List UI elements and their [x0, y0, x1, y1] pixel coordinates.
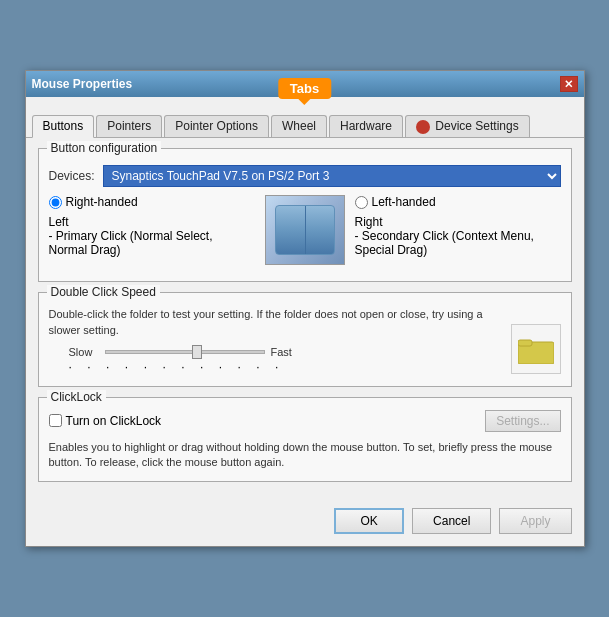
radio-right-area: Left-handed Right - Secondary Click (Con… [355, 195, 561, 257]
slider-ticks: · · · · · · · · · · · · [69, 360, 279, 374]
devices-dropdown[interactable]: Synaptics TouchPad V7.5 on PS/2 Port 3 [103, 165, 561, 187]
mouse-button-line [305, 206, 306, 254]
left-desc-text: - Primary Click (Normal Select, Normal D… [49, 229, 255, 257]
tick: · [69, 360, 72, 374]
radio-row: Right-handed Left - Primary Click (Norma… [49, 195, 561, 265]
clicklock-row: Turn on ClickLock Settings... [49, 410, 561, 432]
clicklock-section: ClickLock Turn on ClickLock Settings... … [38, 397, 572, 482]
button-config-title: Button configuration [47, 141, 162, 155]
left-handed-radio[interactable] [355, 196, 368, 209]
tick: · [256, 360, 259, 374]
speed-content: Double-click the folder to test your set… [49, 301, 561, 374]
right-handed-label: Right-handed [66, 195, 138, 209]
apply-button[interactable]: Apply [499, 508, 571, 534]
tick: · [144, 360, 147, 374]
mouse-button-visual [275, 205, 335, 255]
content-area: Button configuration Devices: Synaptics … [26, 138, 584, 502]
tab-bar-wrapper: Tabs Buttons Pointers Pointer Options Wh… [26, 97, 584, 138]
tab-wheel[interactable]: Wheel [271, 115, 327, 137]
folder-icon[interactable] [511, 324, 561, 374]
fast-label: Fast [271, 346, 301, 358]
button-config-section: Button configuration Devices: Synaptics … [38, 148, 572, 282]
mouse-image [265, 195, 345, 265]
tick: · [125, 360, 128, 374]
speed-row: Slow Fast [69, 346, 501, 358]
speed-slider-track[interactable] [105, 350, 265, 354]
clicklock-desc: Enables you to highlight or drag without… [49, 440, 561, 471]
tab-device-settings[interactable]: Device Settings [405, 115, 530, 137]
tick: · [275, 360, 278, 374]
speed-slider-thumb[interactable] [192, 345, 202, 359]
right-handed-option: Right-handed [49, 195, 255, 209]
tick: · [106, 360, 109, 374]
settings-button[interactable]: Settings... [485, 410, 560, 432]
window-title: Mouse Properties [32, 77, 133, 91]
tab-hardware[interactable]: Hardware [329, 115, 403, 137]
clicklock-check: Turn on ClickLock [49, 414, 162, 428]
speed-controls: Double-click the folder to test your set… [49, 301, 501, 374]
device-settings-icon [416, 120, 430, 134]
clicklock-title: ClickLock [47, 390, 106, 404]
right-desc-title: Right [355, 215, 561, 229]
radio-left-area: Right-handed Left - Primary Click (Norma… [49, 195, 255, 257]
tab-pointer-options[interactable]: Pointer Options [164, 115, 269, 137]
speed-desc: Double-click the folder to test your set… [49, 307, 501, 338]
left-handed-label: Left-handed [372, 195, 436, 209]
right-desc-area: Right - Secondary Click (Context Menu, S… [355, 215, 561, 257]
close-button[interactable]: ✕ [560, 76, 578, 92]
left-handed-option: Left-handed [355, 195, 561, 209]
tick: · [181, 360, 184, 374]
slow-label: Slow [69, 346, 99, 358]
clicklock-checkbox-label: Turn on ClickLock [66, 414, 162, 428]
double-click-section: Double Click Speed Double-click the fold… [38, 292, 572, 387]
mouse-properties-window: Mouse Properties ✕ Tabs Buttons Pointers… [25, 70, 585, 546]
tick: · [162, 360, 165, 374]
tick: · [238, 360, 241, 374]
double-click-title: Double Click Speed [47, 285, 160, 299]
clicklock-checkbox[interactable] [49, 414, 62, 427]
right-handed-radio[interactable] [49, 196, 62, 209]
tab-buttons[interactable]: Buttons [32, 115, 95, 138]
devices-label: Devices: [49, 169, 95, 183]
left-desc-area: Left - Primary Click (Normal Select, Nor… [49, 215, 255, 257]
button-row: OK Cancel Apply [26, 502, 584, 546]
folder-svg [518, 334, 554, 364]
svg-rect-1 [518, 340, 532, 346]
tabs-tooltip: Tabs [278, 78, 331, 99]
left-desc-title: Left [49, 215, 255, 229]
tab-bar: Buttons Pointers Pointer Options Wheel H… [26, 111, 584, 138]
tick: · [219, 360, 222, 374]
tab-pointers[interactable]: Pointers [96, 115, 162, 137]
tick: · [200, 360, 203, 374]
ok-button[interactable]: OK [334, 508, 404, 534]
tick: · [87, 360, 90, 374]
right-desc-text: - Secondary Click (Context Menu, Special… [355, 229, 561, 257]
cancel-button[interactable]: Cancel [412, 508, 491, 534]
devices-row: Devices: Synaptics TouchPad V7.5 on PS/2… [49, 165, 561, 187]
